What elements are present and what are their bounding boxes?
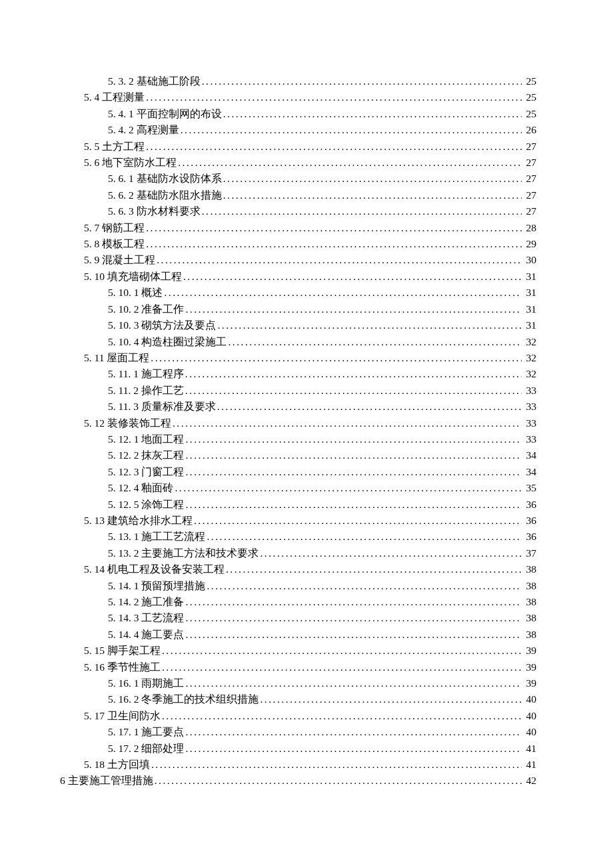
- toc-entry: 5. 10. 1 概述31: [60, 285, 536, 301]
- toc-leader-dots: [145, 220, 522, 236]
- toc-entry: 5. 6. 1 基础防水设防体系27: [60, 171, 536, 187]
- toc-page-number: 31: [522, 317, 536, 333]
- toc-leader-dots: [173, 480, 522, 496]
- toc-label: 5. 13. 1 施工工艺流程: [108, 529, 205, 545]
- toc-page-number: 31: [522, 285, 536, 301]
- toc-page-number: 40: [522, 724, 536, 740]
- toc-entry: 5. 16. 2 冬季施工的技术组织措施40: [60, 691, 536, 707]
- table-of-contents: 5. 3. 2 基础施工阶段255. 4 工程测量255. 4. 1 平面控制网…: [60, 73, 536, 789]
- toc-leader-dots: [184, 447, 522, 463]
- toc-label: 5. 14 机电工程及设备安装工程: [84, 561, 225, 577]
- toc-page-number: 41: [522, 757, 536, 773]
- toc-entry: 5. 14. 1 预留预埋措施38: [60, 578, 536, 594]
- toc-label: 5. 16. 2 冬季施工的技术组织措施: [108, 691, 259, 707]
- toc-leader-dots: [184, 724, 522, 740]
- toc-label: 5. 18 土方回填: [84, 757, 150, 773]
- toc-label: 5. 4 工程测量: [84, 89, 145, 105]
- toc-label: 5. 10. 1 概述: [108, 285, 163, 301]
- toc-leader-dots: [145, 89, 522, 105]
- toc-label: 5. 12. 4 釉面砖: [108, 480, 173, 496]
- toc-page-number: 27: [522, 171, 536, 187]
- toc-leader-dots: [163, 285, 522, 301]
- toc-leader-dots: [179, 122, 522, 138]
- toc-leader-dots: [184, 464, 522, 480]
- toc-entry: 5. 12. 2 抹灰工程34: [60, 447, 536, 463]
- toc-page-number: 39: [522, 659, 536, 675]
- toc-leader-dots: [222, 187, 522, 203]
- toc-entry: 5. 12. 5 涂饰工程36: [60, 497, 536, 513]
- toc-page-number: 32: [522, 334, 536, 350]
- toc-page-number: 36: [522, 513, 536, 529]
- toc-entry: 5. 10. 4 构造柱圈过梁施工 32: [60, 334, 536, 350]
- toc-leader-dots: [216, 317, 522, 333]
- toc-label: 5. 10 填充墙砌体工程: [84, 269, 182, 285]
- toc-page-number: 39: [522, 675, 536, 691]
- toc-entry: 5. 15 脚手架工程39: [60, 643, 536, 659]
- toc-page-number: 37: [522, 545, 536, 561]
- toc-leader-dots: [227, 334, 522, 350]
- toc-entry: 5. 9 混凝土工程 30: [60, 252, 536, 268]
- toc-label: 5. 10. 4 构造柱圈过梁施工: [108, 334, 227, 350]
- toc-page-number: 31: [522, 301, 536, 317]
- toc-entry: 5. 10. 3 砌筑方法及要点31: [60, 317, 536, 333]
- toc-page-number: 31: [522, 269, 536, 285]
- toc-entry: 5. 14. 4 施工要点38: [60, 627, 536, 643]
- toc-leader-dots: [153, 773, 522, 789]
- toc-page-number: 42: [522, 773, 536, 789]
- toc-page-number: 33: [522, 383, 536, 399]
- toc-entry: 5. 14. 2 施工准备38: [60, 594, 536, 610]
- toc-page-number: 34: [522, 464, 536, 480]
- toc-leader-dots: [259, 691, 522, 707]
- toc-label: 5. 12. 2 抹灰工程: [108, 447, 184, 463]
- toc-leader-dots: [205, 529, 522, 545]
- toc-page-number: 29: [522, 236, 536, 252]
- toc-leader-dots: [201, 73, 522, 89]
- toc-leader-dots: [161, 659, 522, 675]
- toc-page-number: 25: [522, 106, 536, 122]
- toc-entry: 5. 14 机电工程及设备安装工程38: [60, 561, 536, 577]
- toc-label: 5. 12 装修装饰工程: [84, 415, 171, 431]
- toc-label: 5. 10. 3 砌筑方法及要点: [108, 317, 216, 333]
- toc-leader-dots: [225, 561, 522, 577]
- toc-label: 5. 9 混凝土工程: [84, 252, 155, 268]
- toc-leader-dots: [171, 415, 522, 431]
- toc-page-number: 40: [522, 691, 536, 707]
- toc-page-number: 39: [522, 643, 536, 659]
- toc-entry: 5. 8 模板工程29: [60, 236, 536, 252]
- toc-label: 5. 16. 1 雨期施工: [108, 675, 184, 691]
- toc-label: 5. 14. 3 工艺流程: [108, 610, 184, 626]
- toc-label: 5. 17. 2 细部处理: [108, 741, 184, 757]
- toc-label: 5. 6. 3 防水材料要求: [108, 203, 201, 219]
- toc-page-number: 25: [522, 73, 536, 89]
- toc-entry: 5. 16 季节性施工39: [60, 659, 536, 675]
- toc-page-number: 38: [522, 561, 536, 577]
- toc-page-number: 38: [522, 594, 536, 610]
- toc-leader-dots: [145, 139, 522, 155]
- toc-label: 5. 6. 1 基础防水设防体系: [108, 171, 222, 187]
- toc-page-number: 38: [522, 578, 536, 594]
- toc-leader-dots: [222, 106, 522, 122]
- toc-entry: 5. 17. 1 施工要点40: [60, 724, 536, 740]
- toc-page-number: 28: [522, 220, 536, 236]
- toc-page-number: 26: [522, 122, 536, 138]
- toc-entry: 5. 3. 2 基础施工阶段25: [60, 73, 536, 89]
- toc-page-number: 33: [522, 431, 536, 447]
- toc-leader-dots: [184, 610, 522, 626]
- toc-leader-dots: [184, 675, 522, 691]
- toc-label: 5. 14. 4 施工要点: [108, 627, 184, 643]
- toc-page-number: 40: [522, 708, 536, 724]
- toc-label: 5. 11. 2 操作工艺: [108, 383, 184, 399]
- toc-entry: 5. 13. 2 主要施工方法和技术要求37: [60, 545, 536, 561]
- toc-entry: 5. 17 卫生间防水40: [60, 708, 536, 724]
- toc-page-number: 35: [522, 480, 536, 496]
- toc-leader-dots: [259, 545, 522, 561]
- toc-label: 5. 11. 1 施工程序: [108, 366, 184, 382]
- toc-entry: 5. 10 填充墙砌体工程31: [60, 269, 536, 285]
- toc-entry: 5. 12. 1 地面工程 33: [60, 431, 536, 447]
- toc-entry: 5. 10. 2 准备工作31: [60, 301, 536, 317]
- toc-page-number: 33: [522, 415, 536, 431]
- toc-entry: 5. 11. 2 操作工艺33: [60, 383, 536, 399]
- toc-page-number: 38: [522, 610, 536, 626]
- toc-page-number: 38: [522, 627, 536, 643]
- toc-leader-dots: [205, 578, 522, 594]
